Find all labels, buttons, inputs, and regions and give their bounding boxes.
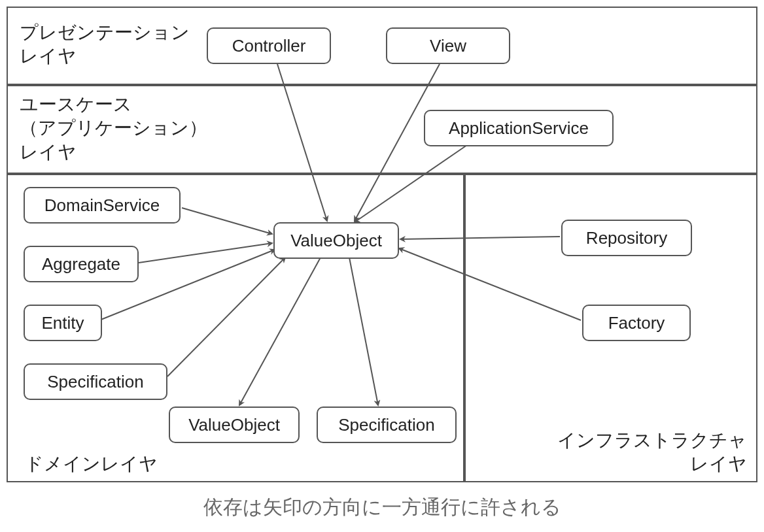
node-domain-service: DomainService [24, 187, 181, 224]
node-aggregate: Aggregate [24, 246, 139, 282]
node-factory: Factory [582, 305, 691, 341]
diagram-canvas: プレゼンテーション レイヤ ユースケース （アプリケーション） レイヤ ドメイン… [0, 0, 764, 532]
layer-domain-label: ドメインレイヤ [25, 452, 158, 476]
diagram-caption: 依存は矢印の方向に一方通行に許される [0, 494, 764, 521]
node-specification: Specification [24, 363, 167, 400]
node-specification-2: Specification [317, 407, 457, 443]
node-value-object: ValueObject [273, 222, 399, 259]
node-controller: Controller [207, 27, 331, 64]
node-repository: Repository [561, 220, 692, 256]
node-entity: Entity [24, 305, 102, 341]
node-view: View [386, 27, 510, 64]
layer-infra-label: インフラストラクチャ レイヤ [557, 429, 747, 476]
layer-usecase-label: ユースケース （アプリケーション） レイヤ [20, 93, 207, 164]
node-value-object-2: ValueObject [169, 407, 300, 443]
layer-presentation-label: プレゼンテーション レイヤ [20, 21, 190, 69]
node-application-service: ApplicationService [424, 110, 614, 146]
